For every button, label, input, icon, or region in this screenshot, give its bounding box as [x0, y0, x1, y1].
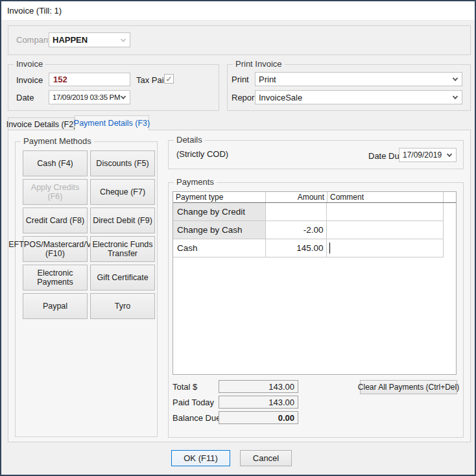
report-value: InvoiceSale: [259, 93, 302, 102]
payment-type-cell[interactable]: Change by Credit: [173, 203, 266, 220]
paid-today-value: 143.00: [268, 398, 294, 407]
check-icon: ✓: [165, 75, 172, 83]
chevron-down-icon: [121, 94, 126, 99]
column-header-extra: [444, 192, 456, 202]
window-title: Invoice (Till: 1): [7, 6, 62, 16]
amount-cell[interactable]: -2.00: [266, 221, 327, 239]
report-label: Report: [232, 93, 257, 102]
cancel-button[interactable]: Cancel: [240, 450, 292, 466]
balance-due-value: 0.00: [278, 413, 294, 423]
report-select[interactable]: InvoiceSale: [255, 90, 462, 104]
invoice-group-title: Invoice: [14, 60, 45, 69]
payment-type-cell[interactable]: Cash: [173, 239, 266, 257]
details-groupbox: Details (Strictly COD) Date Due 17/09/20…: [168, 140, 464, 169]
cash-button[interactable]: Cash (F4): [23, 150, 88, 176]
balance-due-field: 0.00: [219, 411, 298, 424]
paid-today-field: 143.00: [219, 396, 298, 409]
print-value: Print: [259, 75, 276, 84]
payment-methods-group-title: Payment Methods: [21, 137, 94, 146]
date-due-value: 17/09/2019: [403, 150, 442, 160]
tab-invoice-details[interactable]: Invoice Details (F2): [8, 117, 75, 130]
payment-type-cell[interactable]: Change by Cash: [173, 221, 266, 239]
print-invoice-groupbox: Print Invoice Print Print Report Invoice…: [227, 64, 471, 111]
invoice-date-value: 17/09/2019 03:35 PM: [53, 93, 120, 101]
chevron-down-icon: [453, 76, 458, 81]
tax-paid-checkbox: ✓: [164, 74, 174, 84]
column-header-amount: Amount: [266, 192, 327, 202]
total-field: 143.00: [219, 380, 298, 393]
invoice-groupbox: Invoice Invoice 152 Tax Paid ✓ Date 17/0…: [8, 64, 219, 111]
invoice-number-field[interactable]: 152: [49, 73, 130, 86]
amount-cell[interactable]: 145.00: [266, 239, 327, 257]
total-label: Total $: [173, 382, 197, 392]
payments-table-header: Payment type Amount Comment: [173, 192, 456, 203]
invoice-date-select[interactable]: 17/09/2019 03:35 PM: [49, 90, 130, 104]
credit-card-button[interactable]: Credit Card (F8): [23, 208, 88, 233]
table-row[interactable]: Change by Cash -2.00: [173, 221, 444, 239]
eftpos-button[interactable]: EFTPOS/Mastercard/Visa (F10): [23, 236, 88, 262]
cheque-button[interactable]: Cheque (F7): [90, 179, 155, 205]
chevron-down-icon: [447, 152, 452, 157]
paid-today-label: Paid Today: [173, 398, 214, 407]
tyro-button[interactable]: Tyro: [90, 293, 155, 319]
company-label: Company: [16, 35, 53, 45]
gift-certificate-button[interactable]: Gift Certificate: [90, 265, 155, 291]
company-value: HAPPEN: [53, 35, 88, 45]
table-row[interactable]: Cash 145.00: [173, 239, 444, 257]
tab-invoice-details-label: Invoice Details (F2): [6, 120, 77, 129]
chevron-down-icon: [453, 94, 458, 99]
electronic-funds-transfer-button[interactable]: Electronic Funds Transfer: [90, 236, 155, 262]
comment-cell[interactable]: [327, 221, 443, 239]
payment-methods-grid: Cash (F4) Discounts (F5) Apply Credits (…: [23, 150, 155, 319]
column-header-payment-type: Payment type: [173, 192, 266, 202]
direct-debit-button[interactable]: Direct Debit (F9): [90, 208, 155, 233]
payments-groupbox: Payments Payment type Amount Comment Cha…: [168, 182, 464, 438]
details-group-title: Details: [174, 136, 205, 145]
text-cursor: [329, 243, 330, 254]
electronic-payments-button[interactable]: Electronic Payments: [23, 265, 88, 291]
amount-cell[interactable]: [266, 203, 327, 220]
company-select: HAPPEN: [49, 32, 130, 47]
payments-group-title: Payments: [174, 178, 217, 187]
balance-due-label: Balance Due: [173, 413, 220, 423]
date-due-select[interactable]: 17/09/2019: [399, 148, 457, 162]
payment-methods-groupbox: Payment Methods Cash (F4) Discounts (F5)…: [15, 141, 158, 437]
company-groupbox: Company HAPPEN: [8, 25, 471, 55]
column-header-comment: Comment: [327, 192, 444, 202]
paypal-button[interactable]: Paypal: [23, 293, 88, 319]
clear-all-payments-button[interactable]: Clear All Payments (Ctrl+Del): [360, 380, 457, 394]
chevron-down-icon: [121, 36, 126, 42]
ok-button[interactable]: OK (F11): [171, 450, 230, 466]
print-invoice-group-title: Print Invoice: [233, 60, 285, 69]
invoice-date-label: Date: [16, 93, 34, 102]
comment-cell[interactable]: [327, 239, 443, 257]
payment-details-panel: Payment Methods Cash (F4) Discounts (F5)…: [8, 130, 471, 442]
print-label: Print: [232, 75, 249, 84]
invoice-number-value: 152: [53, 75, 67, 84]
tab-payment-details[interactable]: Payment Details (F3): [75, 115, 149, 130]
payments-table: Payment type Amount Comment Change by Cr…: [173, 191, 457, 375]
invoice-dialog: Invoice (Till: 1) Company HAPPEN Invoice…: [0, 0, 476, 476]
comment-cell[interactable]: [327, 203, 443, 220]
print-select[interactable]: Print: [255, 72, 462, 86]
invoice-number-label: Invoice: [16, 75, 43, 85]
strictly-cod-note: (Strictly COD): [176, 149, 228, 159]
discounts-button[interactable]: Discounts (F5): [90, 150, 155, 176]
apply-credits-button: Apply Credits (F6): [23, 179, 88, 205]
title-bar: Invoice (Till: 1): [1, 1, 475, 21]
table-row[interactable]: Change by Credit: [173, 203, 444, 221]
total-value: 143.00: [268, 382, 294, 392]
tab-payment-details-label: Payment Details (F3): [74, 119, 150, 128]
